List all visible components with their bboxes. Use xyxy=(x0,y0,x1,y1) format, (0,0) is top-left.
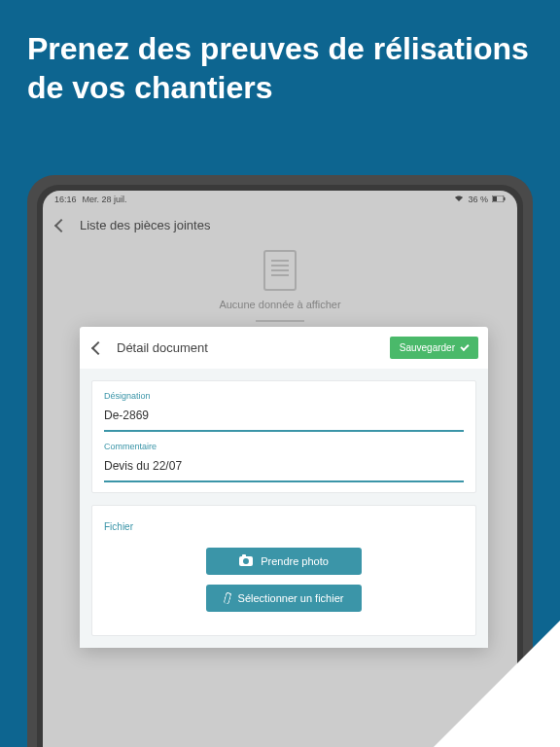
take-photo-label: Prendre photo xyxy=(261,555,329,567)
designation-field: Désignation xyxy=(104,391,464,432)
paperclip-icon xyxy=(223,591,231,604)
modal-title: Détail document xyxy=(117,340,208,355)
modal-body: Désignation Commentaire Fichier Prendre xyxy=(80,369,488,648)
save-button[interactable]: Sauvegarder xyxy=(390,337,478,359)
form-card: Désignation Commentaire xyxy=(91,380,476,493)
modal-back-icon[interactable] xyxy=(91,340,105,354)
commentaire-label: Commentaire xyxy=(104,442,464,451)
designation-label: Désignation xyxy=(104,391,464,401)
marketing-headline: Prenez des preuves de rélisations de vos… xyxy=(0,0,560,126)
document-detail-modal: Détail document Sauvegarder Désignation xyxy=(80,327,488,648)
camera-icon xyxy=(239,556,253,566)
corner-accent xyxy=(434,621,560,747)
modal-header: Détail document Sauvegarder xyxy=(80,327,488,369)
file-section-label: Fichier xyxy=(104,521,133,532)
select-file-label: Sélectionner un fichier xyxy=(238,592,344,604)
commentaire-field: Commentaire xyxy=(104,442,464,482)
file-card: Fichier Prendre photo Sélectionner un fi… xyxy=(91,505,476,636)
take-photo-button[interactable]: Prendre photo xyxy=(206,548,362,575)
designation-input[interactable] xyxy=(104,405,464,432)
check-icon xyxy=(460,342,469,351)
save-button-label: Sauvegarder xyxy=(400,342,455,353)
select-file-button[interactable]: Sélectionner un fichier xyxy=(206,585,362,612)
commentaire-input[interactable] xyxy=(104,455,464,482)
